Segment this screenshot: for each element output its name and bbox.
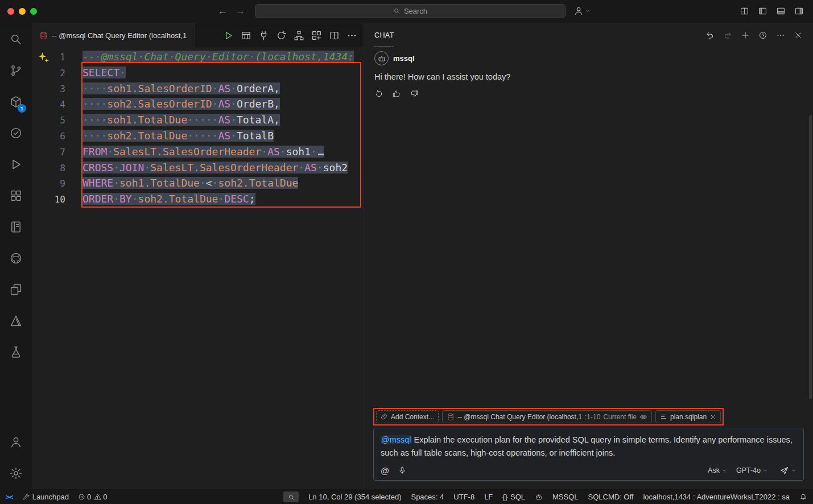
chevron-down-icon	[791, 468, 797, 473]
code-line-9[interactable]: 9WHERE·soh1.TotalDue·<·soh2.TotalDue	[32, 175, 364, 191]
code-line-8[interactable]: 8CROSS·JOIN·SalesLT.SalesOrderHeader·AS·…	[32, 160, 364, 176]
file-context-chip[interactable]: -- @mssql Chat Query Editor (localhost,1…	[442, 410, 652, 423]
code-line-10[interactable]: 10ORDER·BY·soh2.TotalDue·DESC;	[32, 191, 364, 207]
scrollbar-thumb[interactable]	[809, 115, 812, 399]
send-button[interactable]	[779, 466, 797, 476]
layout-custom-icon[interactable]	[740, 6, 749, 16]
code-line-5[interactable]: 5····soh1.TotalDue·····AS·TotalA,	[32, 112, 364, 128]
mssql-item[interactable]: MSSQL	[552, 493, 579, 501]
close-icon[interactable]	[709, 414, 716, 420]
editor-action-connect-plug[interactable]	[256, 28, 271, 43]
database-tools-icon	[9, 345, 23, 359]
code-line-2[interactable]: 2SELECT·	[32, 65, 364, 81]
editor-action-estimated-plan[interactable]	[274, 28, 288, 43]
profile-menu[interactable]	[573, 6, 591, 16]
activity-item-azure[interactable]	[0, 305, 32, 336]
chat-panel-title[interactable]: CHAT	[374, 23, 394, 47]
activity-item-remote-explorer[interactable]: 1	[0, 86, 32, 117]
layout-sidebar-right-icon[interactable]	[794, 6, 804, 16]
activity-item-accounts[interactable]	[0, 426, 32, 457]
chat-panel: CHAT mssql Hi there! How can I assist yo…	[364, 23, 813, 489]
activity-item-search[interactable]	[0, 23, 32, 55]
zoom-indicator[interactable]	[283, 491, 299, 502]
thumbs-down-icon[interactable]	[410, 89, 419, 98]
activity-item-manage[interactable]	[0, 457, 32, 489]
add-context-chip[interactable]: Add Context...	[376, 410, 439, 423]
chat-input[interactable]: @mssql Explain the execution plan for th…	[374, 428, 803, 462]
plan-context-chip[interactable]: plan.sqlplan	[655, 410, 721, 423]
chat-panel-header: CHAT	[364, 23, 813, 47]
model-picker[interactable]: GPT-4o	[734, 465, 770, 476]
activity-item-testing[interactable]	[0, 117, 32, 148]
mention-button[interactable]: @	[381, 466, 389, 476]
database-icon	[39, 31, 48, 40]
more-icon[interactable]	[776, 31, 785, 40]
code-line-7[interactable]: 7FROM·SalesLT.SalesOrderHeader·AS·soh1·	[32, 144, 364, 160]
layout-sidebar-left-icon[interactable]	[758, 6, 767, 16]
regenerate-icon[interactable]	[374, 89, 383, 98]
activity-item-workspaces[interactable]	[0, 274, 32, 305]
indentation-item[interactable]: Spaces: 4	[411, 493, 444, 501]
activity-item-run-and-debug[interactable]	[0, 148, 32, 180]
encoding-item[interactable]: UTF-8	[453, 493, 474, 501]
close-window-button[interactable]	[7, 8, 14, 15]
line-number: 10	[32, 192, 65, 208]
window-controls	[7, 8, 37, 15]
launchpad-item[interactable]: Launchpad	[22, 493, 69, 501]
cursor-position-item[interactable]: Ln 10, Col 29 (354 selected)	[308, 493, 401, 501]
activity-item-notebooks[interactable]	[0, 211, 32, 242]
editor-action-designer[interactable]	[309, 28, 324, 43]
copilot-status-item[interactable]	[535, 493, 543, 501]
remote-indicator[interactable]: ><	[6, 493, 13, 501]
activity-item-source-control[interactable]	[0, 55, 32, 86]
code-editor[interactable]: 1--·@mssql·Chat·Query·Editor·(localhost,…	[32, 47, 364, 489]
maximize-window-button[interactable]	[30, 8, 37, 15]
code-line-4[interactable]: 4····soh2.SalesOrderID·AS·OrderB,	[32, 96, 364, 112]
language-label: SQL	[510, 493, 525, 501]
microphone-icon[interactable]	[398, 466, 407, 475]
new-chat-icon[interactable]	[741, 31, 750, 40]
activity-item-database-tools[interactable]	[0, 336, 32, 367]
eol-item[interactable]: LF	[484, 493, 493, 501]
thumbs-up-icon[interactable]	[392, 89, 401, 98]
history-forward-button[interactable]: →	[236, 6, 245, 17]
editor-action-run[interactable]	[221, 28, 236, 43]
error-icon	[78, 493, 85, 501]
chat-message-text: Hi there! How can I assist you today?	[374, 72, 803, 81]
code-line-6[interactable]: 6····soh2.TotalDue·····AS·TotalB	[32, 128, 364, 144]
editor-action-more[interactable]	[344, 28, 359, 43]
azure-icon	[9, 314, 23, 328]
notifications-item[interactable]	[799, 493, 807, 501]
problems-item[interactable]: 0 0	[78, 493, 107, 501]
copilot-sparkle-icon[interactable]	[36, 51, 50, 64]
command-center-search[interactable]: Search	[255, 4, 566, 18]
close-icon[interactable]	[794, 31, 803, 40]
editor-action-results-grid[interactable]	[238, 28, 253, 43]
eye-icon[interactable]	[639, 413, 647, 421]
activity-bar-bottom	[0, 426, 32, 489]
code-line-3[interactable]: 3····soh1.SalesOrderID·AS·OrderA,	[32, 81, 364, 97]
bell-icon	[799, 493, 807, 501]
code-line-1[interactable]: 1--·@mssql·Chat·Query·Editor·(localhost,…	[32, 49, 364, 65]
activity-item-github[interactable]	[0, 242, 32, 274]
manage-icon	[9, 466, 23, 480]
minimize-window-button[interactable]	[19, 8, 26, 15]
language-mode-item[interactable]: {} SQL	[502, 493, 525, 501]
chat-input-box: @mssql Explain the execution plan for th…	[373, 428, 804, 481]
editor-action-split-editor[interactable]	[327, 28, 341, 43]
sqlcmd-item[interactable]: SQLCMD: Off	[588, 493, 634, 501]
history-back-button[interactable]: ←	[218, 6, 228, 17]
redo-icon[interactable]	[723, 31, 732, 40]
history-icon[interactable]	[758, 31, 767, 40]
titlebar: ← → Search	[0, 0, 813, 23]
mode-picker[interactable]: Ask	[705, 465, 729, 476]
line-number: 5	[32, 113, 65, 129]
magnifier-icon	[288, 494, 295, 501]
tab-mssql-chat-query-editor[interactable]: -- @mssql Chat Query Editor (localhost,1	[32, 23, 195, 47]
activity-item-extensions[interactable]	[0, 180, 32, 211]
layout-panel-icon[interactable]	[776, 6, 786, 16]
connection-item[interactable]: localhost,1434 : AdventureWorksLT2022 : …	[643, 493, 790, 501]
undo-icon[interactable]	[705, 31, 715, 40]
line-number: 9	[32, 176, 65, 192]
editor-action-schema[interactable]	[291, 28, 306, 43]
